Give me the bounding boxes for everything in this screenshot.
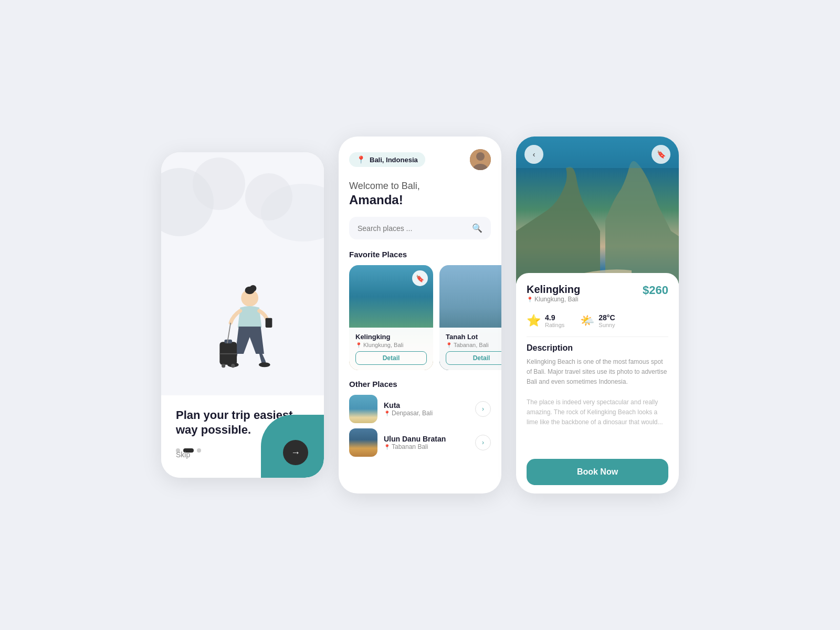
favorite-card-kelingking[interactable]: 🔖 Kelingking 📍 Klungkung, Bali Detail [349,265,433,370]
bookmark-badge[interactable]: 🔖 [412,270,428,286]
description-text: Kelingking Beach is one of the most famo… [527,357,668,427]
card-overlay: Tanah Lot 📍 Tabanan, Bali Detail [439,328,501,370]
detail-screen: ‹ 🔖 Kelingking 📍 Klungkung, Bali $260 [516,136,679,494]
rating-info: 4.9 Ratings [545,313,564,328]
detail-button[interactable]: Detail [446,351,501,365]
user-avatar[interactable] [470,149,491,170]
card-name: Tanah Lot [446,333,501,341]
search-input[interactable] [358,224,467,233]
svg-point-13 [476,152,485,161]
favorites-section-title: Favorite Places [349,250,491,259]
ulun-location: 📍 Tabanan Bali [384,443,469,450]
location-label: Bali, Indonesia [370,156,418,164]
search-bar[interactable]: 🔍 [349,217,491,239]
detail-hero-image: ‹ 🔖 [516,136,679,284]
detail-name-col: Kelingking 📍 Klungkung, Bali [527,284,580,310]
onboarding-screen: Plan your trip easiest way possible. Ski… [161,152,324,478]
bookmark-icon: 🔖 [657,150,666,159]
favorite-places-list: 🔖 Kelingking 📍 Klungkung, Bali Detail [349,265,491,370]
ulun-name: Ulun Danu Bratan [384,435,469,443]
ulun-thumbnail [349,428,377,457]
search-icon: 🔍 [472,223,482,233]
home-screen: 📍 Bali, Indonesia Welcome to Bali, Amand… [339,136,501,494]
kuta-location: 📍 Denpasar, Bali [384,410,469,417]
weather-value: 28°C [598,313,615,322]
card-overlay: Kelingking 📍 Klungkung, Bali Detail [349,328,433,370]
detail-place-name: Kelingking [527,284,580,296]
location-pin-icon: 📍 [355,342,362,348]
other-places-list: Kuta 📍 Denpasar, Bali › Ulun Danu Bratan [349,395,491,457]
detail-location: 📍 Klungkung, Bali [527,296,580,303]
book-now-button[interactable]: Book Now [527,459,668,485]
onboarding-content: Plan your trip easiest way possible. Ski… [161,395,324,478]
other-place-item-kuta[interactable]: Kuta 📍 Denpasar, Bali › [349,395,491,423]
svg-rect-3 [266,318,272,328]
card-location: 📍 Klungkung, Bali [355,342,427,348]
location-pin-icon: 📍 [384,411,390,416]
traveler-illustration [195,280,290,385]
card-location: 📍 Tabanan, Bali [446,342,501,348]
dot-3 [197,448,201,453]
location-pin-icon: 📍 [356,155,365,164]
detail-info-card: Kelingking 📍 Klungkung, Bali $260 ⭐ 4.9 … [516,273,679,453]
kuta-chevron-button[interactable]: › [475,401,491,417]
next-button[interactable]: → [283,440,308,465]
illustration-area [161,152,324,395]
detail-location-text: Klungkung, Bali [534,296,578,303]
star-icon: ⭐ [527,314,541,328]
rating-stat: ⭐ 4.9 Ratings [527,313,564,328]
other-places-section-title: Other Places [349,380,491,388]
svg-point-10 [231,364,235,368]
hero-bookmark-button[interactable]: 🔖 [652,145,670,164]
detail-price: $260 [643,284,668,297]
other-place-item-ulun[interactable]: Ulun Danu Bratan 📍 Tabanan Bali › [349,428,491,457]
kuta-info: Kuta 📍 Denpasar, Bali [384,401,469,417]
detail-name-price-row: Kelingking 📍 Klungkung, Bali $260 [527,284,668,310]
kuta-name: Kuta [384,401,469,410]
welcome-name: Amanda! [349,193,491,207]
location-bar: 📍 Bali, Indonesia [349,149,491,170]
location-pin-icon: 📍 [384,444,390,450]
location-chip[interactable]: 📍 Bali, Indonesia [349,152,425,167]
svg-point-9 [222,364,225,368]
skip-button[interactable]: Skip [176,450,190,459]
description-title: Description [527,343,668,353]
weather-info: 28°C Sunny [598,313,615,328]
kuta-thumbnail [349,395,377,423]
weather-icon: 🌤️ [580,314,594,328]
card-name: Kelingking [355,333,427,341]
welcome-line1: Welcome to Bali, [349,181,491,192]
svg-point-2 [250,285,257,292]
cloud-decoration [193,158,245,210]
screens-container: Plan your trip easiest way possible. Ski… [161,136,679,494]
arrow-icon: → [291,447,300,458]
favorite-card-tanahlot[interactable]: Tanah Lot 📍 Tabanan, Bali Detail [439,265,501,370]
detail-button[interactable]: Detail [355,351,427,365]
svg-point-5 [259,362,270,367]
divider [527,337,668,337]
back-icon: ‹ [533,150,536,159]
ulun-info: Ulun Danu Bratan 📍 Tabanan Bali [384,435,469,450]
location-pin-icon: 📍 [446,342,452,348]
ulun-chevron-button[interactable]: › [475,435,491,450]
cloud-decoration [245,173,292,220]
rating-label: Ratings [545,322,564,328]
weather-label: Sunny [598,322,615,328]
location-pin-icon: 📍 [527,297,533,302]
home-content: 📍 Bali, Indonesia Welcome to Bali, Amand… [339,136,501,494]
detail-stats-row: ⭐ 4.9 Ratings 🌤️ 28°C Sunny [527,313,668,328]
weather-stat: 🌤️ 28°C Sunny [580,313,615,328]
back-button[interactable]: ‹ [524,145,543,164]
rating-value: 4.9 [545,313,564,322]
